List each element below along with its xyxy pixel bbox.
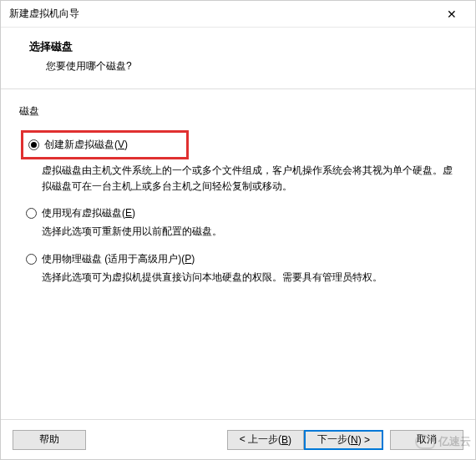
- radio-use-existing[interactable]: 使用现有虚拟磁盘(E): [26, 206, 457, 220]
- group-label: 磁盘: [19, 104, 457, 119]
- radio-icon: [26, 254, 37, 265]
- radio-item-use-existing: 使用现有虚拟磁盘(E) 选择此选项可重新使用以前配置的磁盘。: [26, 206, 457, 240]
- back-button[interactable]: < 上一步(B): [227, 430, 304, 450]
- next-button[interactable]: 下一步(N) >: [304, 430, 383, 450]
- highlight-box: 创建新虚拟磁盘(V): [21, 130, 189, 159]
- header-title: 选择磁盘: [29, 39, 457, 54]
- wizard-header: 选择磁盘 您要使用哪个磁盘?: [1, 28, 475, 89]
- radio-desc: 虚拟磁盘由主机文件系统上的一个或多个文件组成，客户机操作系统会将其视为单个硬盘。…: [26, 163, 457, 195]
- disk-radio-group: 创建新虚拟磁盘(V) 虚拟磁盘由主机文件系统上的一个或多个文件组成，客户机操作系…: [19, 130, 457, 286]
- radio-icon: [26, 208, 37, 219]
- radio-label: 使用物理磁盘 (适用于高级用户)(P): [42, 252, 195, 266]
- wizard-window: 新建虚拟机向导 ✕ 选择磁盘 您要使用哪个磁盘? 磁盘 创建新虚拟磁盘(V) 虚…: [0, 0, 476, 460]
- window-title: 新建虚拟机向导: [9, 7, 79, 21]
- titlebar: 新建虚拟机向导 ✕: [1, 1, 475, 28]
- footer: 帮助 < 上一步(B) 下一步(N) > 取消: [1, 419, 475, 459]
- radio-item-physical: 使用物理磁盘 (适用于高级用户)(P) 选择此选项可为虚拟机提供直接访问本地硬盘…: [26, 252, 457, 286]
- radio-label: 创建新虚拟磁盘(V): [44, 138, 128, 152]
- close-button[interactable]: ✕: [435, 2, 468, 27]
- cancel-button[interactable]: 取消: [390, 430, 463, 450]
- radio-icon: [28, 139, 39, 150]
- radio-desc: 选择此选项可为虚拟机提供直接访问本地硬盘的权限。需要具有管理员特权。: [26, 270, 457, 286]
- header-subtitle: 您要使用哪个磁盘?: [29, 59, 457, 73]
- radio-create-new[interactable]: 创建新虚拟磁盘(V): [28, 138, 128, 152]
- help-button[interactable]: 帮助: [13, 430, 86, 450]
- radio-label: 使用现有虚拟磁盘(E): [42, 206, 135, 220]
- close-icon: ✕: [447, 8, 457, 21]
- radio-item-create-new: 创建新虚拟磁盘(V) 虚拟磁盘由主机文件系统上的一个或多个文件组成，客户机操作系…: [26, 130, 457, 195]
- radio-physical[interactable]: 使用物理磁盘 (适用于高级用户)(P): [26, 252, 457, 266]
- content-area: 磁盘 创建新虚拟磁盘(V) 虚拟磁盘由主机文件系统上的一个或多个文件组成，客户机…: [1, 89, 475, 419]
- radio-desc: 选择此选项可重新使用以前配置的磁盘。: [26, 224, 457, 240]
